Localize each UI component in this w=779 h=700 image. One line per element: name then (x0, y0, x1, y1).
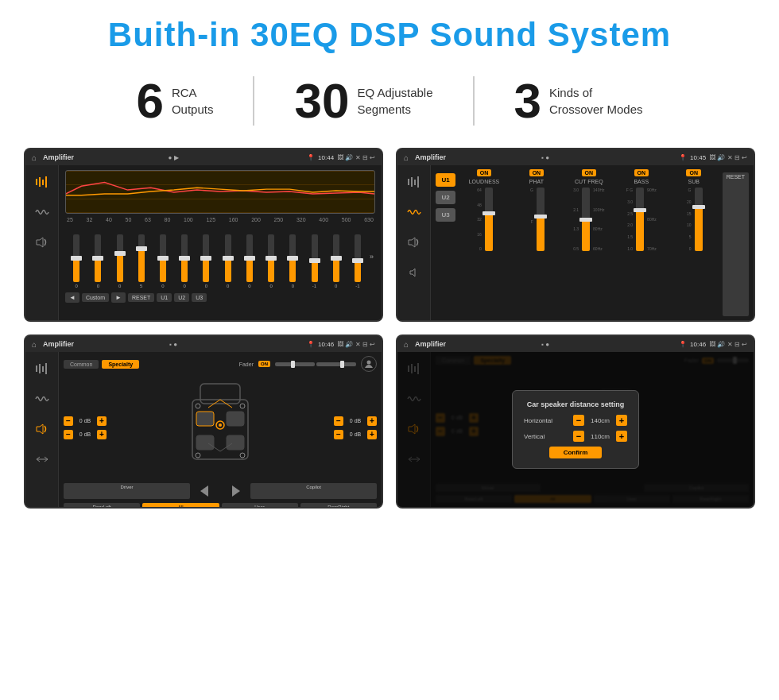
speaker-icon[interactable] (32, 234, 52, 251)
page-title: Buith-in 30EQ DSP Sound System (24, 16, 755, 54)
u1-preset[interactable]: U1 (436, 173, 455, 187)
wave-icon-2[interactable] (404, 203, 424, 221)
db-plus-2[interactable]: + (97, 430, 107, 439)
home-icon-4[interactable]: ⌂ (404, 340, 409, 349)
eq-slider-2[interactable]: 0 (88, 234, 107, 288)
eq-slider-13[interactable]: 0 (327, 234, 346, 288)
arrows-icon[interactable] (32, 451, 52, 468)
bass-slider[interactable] (636, 188, 644, 251)
u3-preset[interactable]: U3 (436, 208, 455, 222)
copilot-btn[interactable]: Copilot (250, 483, 377, 499)
speaker-icon-3[interactable] (404, 264, 424, 281)
horizontal-minus[interactable]: − (573, 415, 584, 426)
db-minus-1[interactable]: − (64, 416, 73, 426)
u1-button[interactable]: U1 (157, 293, 172, 302)
u3-button[interactable]: U3 (192, 293, 207, 302)
cutfreq-slider[interactable] (582, 188, 590, 251)
stat-text-crossover: Kinds of Crossover Modes (549, 84, 643, 118)
dialog-title: Car speaker distance setting (524, 400, 627, 408)
custom-button[interactable]: Custom (82, 293, 109, 302)
fader-bar-1[interactable] (275, 362, 315, 366)
eq-slider-10[interactable]: 0 (262, 234, 281, 288)
common-tab[interactable]: Common (64, 360, 99, 369)
fader-label: Fader (239, 362, 254, 367)
svg-rect-6 (411, 177, 413, 187)
vertical-plus[interactable]: + (616, 431, 627, 442)
home-icon-3[interactable]: ⌂ (32, 340, 37, 349)
next-button[interactable]: ► (111, 292, 126, 303)
freq-labels: 140Hz100Hz80Hz60Hz (591, 188, 606, 251)
db-minus-2[interactable]: − (64, 430, 73, 439)
horizontal-plus[interactable]: + (616, 415, 627, 426)
speaker-diagram-area: − 0 dB + − 0 dB + (64, 376, 377, 479)
db-minus-3[interactable]: − (334, 416, 343, 426)
eq-slider-3[interactable]: 0 (110, 234, 129, 288)
wave-icon-3[interactable] (32, 390, 52, 408)
eq-slider-1[interactable]: 0 (67, 234, 86, 288)
cutfreq-on[interactable]: ON (582, 169, 597, 176)
speaker-icon-active[interactable] (32, 420, 52, 438)
eq-icon[interactable] (32, 173, 52, 191)
db-plus-1[interactable]: + (97, 416, 107, 426)
db-plus-3[interactable]: + (367, 416, 377, 426)
eq-slider-11[interactable]: 0 (283, 234, 302, 288)
eq-icon-3[interactable] (32, 360, 52, 377)
eq-icon-2[interactable] (404, 173, 424, 191)
svg-point-27 (196, 453, 200, 458)
phat-ticks: GF (529, 188, 535, 251)
loudness-label: LOUDNESS (469, 179, 500, 184)
eq-slider-14[interactable]: -1 (348, 234, 367, 288)
more-icon[interactable]: » (370, 253, 374, 261)
driver-btn[interactable]: Driver (64, 483, 190, 499)
bass-group: ON BASS F G3.02.52.01.51.0 (617, 169, 666, 316)
svg-rect-12 (39, 364, 41, 373)
prev-button[interactable]: ◄ (65, 292, 79, 303)
crossover-presets: U1 U2 U3 (436, 169, 455, 316)
reset-btn-2[interactable]: RESET (723, 172, 749, 316)
phat-on[interactable]: ON (529, 169, 545, 176)
home-icon-2[interactable]: ⌂ (404, 153, 409, 162)
profile-icon[interactable] (361, 356, 377, 372)
screen4-content: Common Specialty Fader ON − (397, 352, 754, 507)
sub-on[interactable]: ON (686, 169, 701, 176)
fader-on-badge[interactable]: ON (258, 361, 270, 367)
rearright-btn[interactable]: RearRight (300, 503, 377, 509)
eq-slider-8[interactable]: 0 (219, 234, 238, 288)
car-diagram (113, 376, 327, 479)
screen2-content: U1 U2 U3 ON LOUDNESS 644832160 (397, 165, 754, 320)
eq-slider-12[interactable]: -1 (304, 234, 324, 288)
loudness-on[interactable]: ON (477, 169, 492, 176)
side-icons-1 (25, 165, 59, 320)
eq-slider-6[interactable]: 0 (175, 234, 194, 288)
db-row-4: − 0 dB + (334, 430, 377, 439)
wave-icon[interactable] (32, 203, 52, 221)
confirm-button[interactable]: Confirm (549, 447, 603, 458)
u2-button[interactable]: U2 (174, 293, 189, 302)
reset-button[interactable]: RESET (128, 293, 154, 302)
loudness-slider[interactable] (485, 188, 493, 251)
rearleft-btn[interactable]: RearLeft (64, 503, 140, 509)
eq-slider-7[interactable]: 0 (196, 234, 215, 288)
bass-on[interactable]: ON (634, 169, 649, 176)
sub-slider[interactable] (695, 188, 703, 251)
horizontal-label: Horizontal (524, 417, 564, 424)
vertical-minus[interactable]: − (573, 431, 584, 442)
specialty-tab[interactable]: Specialty (102, 360, 139, 369)
eq-slider-4[interactable]: 5 (132, 234, 151, 288)
all-btn[interactable]: All (142, 503, 219, 509)
u2-preset[interactable]: U2 (436, 191, 455, 204)
home-icon[interactable]: ⌂ (32, 153, 37, 162)
status-bar-1: ⌂ Amplifier ● ▶ 📍 10:44 🖼 🔊 ✕ ⊟ ↩ (25, 149, 382, 165)
phat-slider[interactable] (537, 188, 545, 251)
eq-slider-9[interactable]: 0 (240, 234, 259, 288)
bass-label: BASS (634, 179, 649, 184)
user-btn[interactable]: User (222, 503, 298, 509)
speaker-icon-2[interactable] (404, 234, 424, 251)
media-icons-2: ▪ ● (541, 154, 549, 161)
fader-bar-2[interactable] (316, 362, 356, 366)
db-plus-4[interactable]: + (367, 430, 377, 439)
db-minus-4[interactable]: − (334, 430, 343, 439)
app-name-4: Amplifier (415, 340, 538, 348)
svg-marker-30 (232, 485, 240, 497)
eq-slider-5[interactable]: 0 (153, 234, 172, 288)
